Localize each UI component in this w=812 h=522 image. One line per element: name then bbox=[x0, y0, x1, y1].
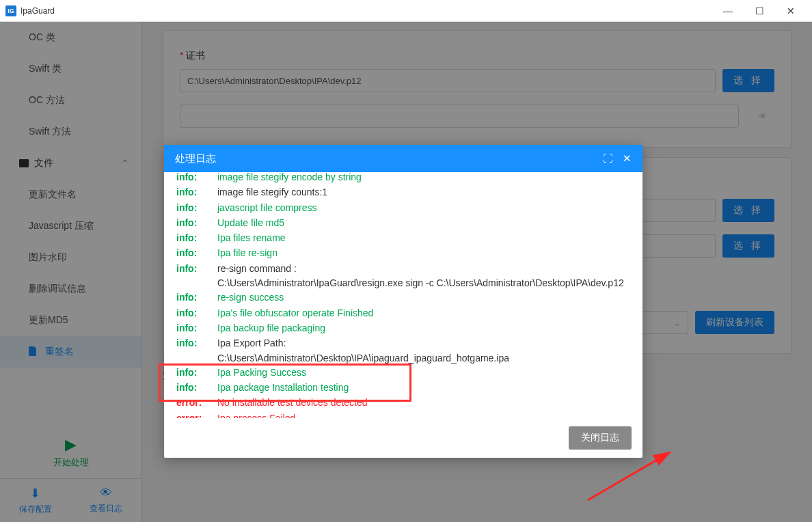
log-message: image file stegify encode by string bbox=[217, 172, 630, 184]
log-line: info:Ipa files rename bbox=[164, 230, 642, 245]
log-continuation: C:\Users\Administrator\IpaGuard\resign.e… bbox=[164, 276, 642, 290]
log-line: info:re-sign success bbox=[164, 290, 642, 305]
log-line: info:javascript file compress bbox=[164, 200, 642, 215]
log-level: info: bbox=[176, 185, 217, 199]
log-level: info: bbox=[176, 336, 217, 350]
log-level: info: bbox=[176, 366, 217, 379]
log-line: info:Ipa backup file packaging bbox=[164, 320, 642, 335]
log-message: image file stegify counts:1 bbox=[217, 185, 630, 199]
log-level: info: bbox=[176, 216, 217, 230]
dialog-header: 处理日志 ⛶ ✕ bbox=[164, 145, 642, 172]
dialog-title: 处理日志 bbox=[175, 152, 216, 165]
log-message: Ipa files rename bbox=[217, 231, 630, 245]
log-line: info:Ipa package Installation testing bbox=[164, 380, 642, 395]
log-dialog: 处理日志 ⛶ ✕ info:image file stegify encode … bbox=[164, 145, 642, 458]
log-message: No installable test devices detected bbox=[217, 396, 630, 409]
log-message: Ipa file re-sign bbox=[217, 246, 630, 260]
log-message: Ipa Export Path: bbox=[217, 336, 630, 350]
app-title: IpaGuard bbox=[21, 6, 55, 16]
log-message: Update file md5 bbox=[217, 216, 630, 230]
log-message: Ipa backup file packaging bbox=[217, 321, 630, 335]
log-line: info:image file stegify counts:1 bbox=[164, 184, 642, 200]
fullscreen-icon[interactable]: ⛶ bbox=[603, 152, 613, 165]
log-level: info: bbox=[176, 306, 217, 320]
log-level: info: bbox=[176, 321, 217, 335]
log-line: info:image file stegify encode by string bbox=[164, 172, 642, 184]
app-icon: IG bbox=[5, 5, 16, 16]
log-level: info: bbox=[176, 290, 217, 304]
log-message: Ipa's file obfuscator operate Finished bbox=[217, 306, 630, 320]
close-button[interactable]: ✕ bbox=[775, 0, 807, 22]
log-continuation: C:\Users\Administrator\Desktop\IPA\ipagu… bbox=[164, 351, 642, 365]
log-level: info: bbox=[176, 246, 217, 260]
log-line: info:Ipa file re-sign bbox=[164, 245, 642, 260]
log-message: javascript file compress bbox=[217, 201, 630, 215]
log-level: info: bbox=[176, 381, 217, 394]
log-level: info: bbox=[176, 231, 217, 245]
log-line: error:No installable test devices detect… bbox=[164, 395, 642, 410]
log-message: Ipa Packing Success bbox=[217, 366, 630, 379]
log-level: info: bbox=[176, 262, 217, 275]
log-line: info:Ipa Packing Success bbox=[164, 365, 642, 380]
maximize-button[interactable]: ☐ bbox=[744, 0, 775, 22]
close-log-button[interactable]: 关闭日志 bbox=[569, 426, 632, 450]
log-line: info:re-sign command : bbox=[164, 261, 642, 276]
titlebar: IG IpaGuard — ☐ ✕ bbox=[0, 0, 812, 22]
log-line: info:Ipa's file obfuscator operate Finis… bbox=[164, 305, 642, 320]
log-level: error: bbox=[176, 411, 217, 418]
log-message: re-sign success bbox=[217, 290, 630, 304]
log-message: Ipa process Failed bbox=[217, 411, 630, 418]
log-line: error:Ipa process Failed bbox=[164, 411, 642, 418]
minimize-button[interactable]: — bbox=[712, 0, 744, 22]
log-message: re-sign command : bbox=[217, 262, 630, 275]
log-body[interactable]: info:image file stegify encode by string… bbox=[164, 172, 642, 418]
log-line: info:Update file md5 bbox=[164, 215, 642, 230]
log-line: info:Ipa Export Path: bbox=[164, 335, 642, 351]
log-message: Ipa package Installation testing bbox=[217, 381, 630, 394]
log-level: info: bbox=[176, 172, 217, 184]
log-level: info: bbox=[176, 201, 217, 215]
log-level: error: bbox=[176, 396, 217, 409]
close-icon[interactable]: ✕ bbox=[623, 152, 632, 165]
